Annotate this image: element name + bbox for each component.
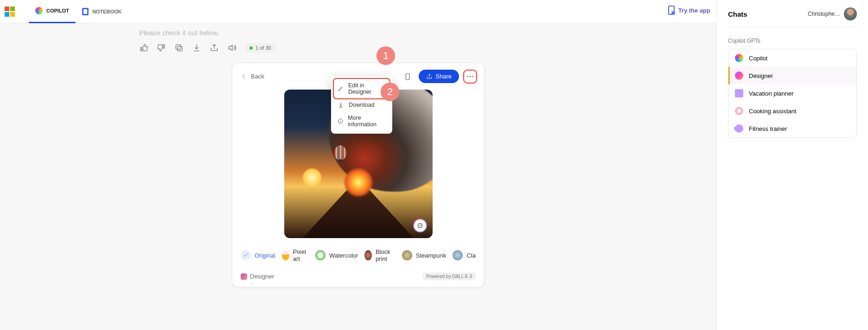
svg-point-4	[470, 76, 471, 77]
dropdown-more-information[interactable]: More information	[334, 111, 389, 131]
gpt-list: Copilot Designer Vacation planner Cookin…	[728, 49, 857, 138]
more-options-button[interactable]	[465, 71, 476, 82]
designer-icon	[735, 71, 743, 80]
gpt-item-label: Fitness trainer	[749, 125, 787, 132]
pencil-icon	[338, 85, 344, 92]
dd-label: More information	[348, 115, 386, 128]
tab-label: COPILOT	[46, 8, 69, 13]
popsicle-icon	[282, 250, 289, 260]
dd-label: Edit in Designer	[348, 82, 386, 95]
share-arrow-icon	[426, 73, 433, 80]
style-row: Original Pixel art Watercolor Block prin…	[232, 246, 484, 269]
block-print-icon	[364, 250, 372, 260]
check-icon	[241, 250, 251, 260]
gpt-item-label: Cooking assistant	[749, 108, 797, 115]
style-block-print[interactable]: Block print	[364, 248, 395, 262]
donut-icon	[735, 107, 743, 115]
ellipsis-icon	[466, 72, 474, 81]
tab-notebook[interactable]: NOTEBOOK	[76, 0, 128, 23]
chats-title: Chats	[728, 10, 747, 18]
dd-label: Download	[349, 102, 375, 108]
avatar	[844, 7, 857, 20]
status-dot-icon	[249, 46, 253, 50]
annotation-step-1: 1	[377, 46, 395, 65]
tab-label: NOTEBOOK	[92, 9, 122, 14]
main-area: Please check it out below: 1 of 30 Back …	[0, 23, 716, 330]
copy-icon[interactable]	[174, 43, 184, 52]
copilot-gpts-label: Copilot GPTs	[728, 38, 857, 44]
style-cla-truncated[interactable]: Cla	[453, 250, 476, 260]
turn-counter: 1 of 30	[245, 43, 276, 52]
style-steampunk[interactable]: Steampunk	[402, 250, 447, 260]
card-actions: Share	[402, 70, 476, 83]
annotation-step-2: 2	[381, 83, 399, 101]
thumbs-down-icon[interactable]	[157, 43, 166, 52]
gpt-item-copilot[interactable]: Copilot	[728, 49, 856, 67]
card-footer: Designer Powered by DALL·E 3	[232, 269, 484, 287]
microsoft-logo[interactable]	[5, 6, 15, 17]
style-original[interactable]: Original	[241, 250, 275, 260]
style-label: Block print	[376, 248, 396, 262]
notebook-icon	[82, 8, 89, 15]
tab-copilot[interactable]: COPILOT	[29, 0, 76, 23]
steampunk-icon	[402, 250, 412, 260]
read-aloud-icon[interactable]	[227, 43, 236, 52]
message-toolbar: 1 of 30	[139, 43, 276, 52]
right-sidebar: Chats Christophe… Copilot GPTs Copilot D…	[716, 0, 868, 330]
sidebar-header: Chats Christophe…	[728, 7, 857, 27]
thumbs-up-icon[interactable]	[139, 43, 148, 52]
phone-icon	[668, 6, 675, 15]
dropdown-download[interactable]: Download	[334, 98, 389, 111]
try-the-app-link[interactable]: Try the app	[668, 6, 710, 15]
image-expand-badge[interactable]	[413, 219, 427, 233]
gpt-item-label: Copilot	[749, 55, 767, 62]
user-profile[interactable]: Christophe…	[808, 7, 857, 20]
copy-image-icon[interactable]	[402, 71, 413, 82]
style-label: Watercolor	[329, 252, 358, 259]
svg-rect-1	[176, 45, 180, 49]
response-tail-text: Please check it out below:	[139, 29, 219, 37]
back-button[interactable]: Back	[241, 73, 264, 80]
copilot-icon	[35, 7, 43, 14]
dumbbell-icon	[735, 124, 743, 133]
powered-by-badge: Powered by DALL·E 3	[423, 272, 476, 280]
chevron-left-icon	[241, 73, 247, 80]
svg-rect-0	[178, 46, 182, 51]
copilot-icon	[735, 54, 743, 62]
svg-point-3	[467, 76, 468, 77]
svg-point-5	[472, 76, 473, 77]
gpt-item-vacation[interactable]: Vacation planner	[728, 84, 856, 102]
download-icon[interactable]	[192, 43, 201, 52]
designer-label: Designer	[250, 273, 274, 280]
gpt-item-label: Vacation planner	[749, 90, 794, 97]
style-label: Original	[255, 252, 275, 259]
counter-text: 1 of 30	[255, 45, 271, 51]
style-label: Steampunk	[416, 252, 447, 259]
gpt-item-designer[interactable]: Designer	[728, 67, 856, 84]
try-app-label: Try the app	[678, 7, 710, 14]
share-icon[interactable]	[210, 43, 219, 52]
gpt-item-label: Designer	[749, 72, 773, 79]
gpt-item-cooking[interactable]: Cooking assistant	[728, 102, 856, 120]
designer-brand: Designer	[241, 273, 274, 280]
designer-icon	[241, 273, 247, 280]
cla-icon	[453, 250, 463, 260]
style-watercolor[interactable]: Watercolor	[315, 250, 358, 260]
style-label: Cla	[466, 252, 476, 259]
style-pixel-art[interactable]: Pixel art	[282, 248, 309, 262]
share-label: Share	[435, 73, 452, 80]
style-label: Pixel art	[293, 248, 309, 262]
user-name: Christophe…	[808, 11, 840, 17]
svg-rect-2	[406, 73, 410, 80]
back-label: Back	[251, 73, 264, 80]
watercolor-icon	[315, 250, 326, 260]
gpt-item-fitness[interactable]: Fitness trainer	[728, 120, 856, 137]
info-icon	[338, 118, 343, 124]
suitcase-icon	[735, 89, 743, 97]
download-icon	[338, 102, 344, 108]
share-button[interactable]: Share	[419, 70, 459, 83]
expand-icon	[417, 222, 423, 229]
